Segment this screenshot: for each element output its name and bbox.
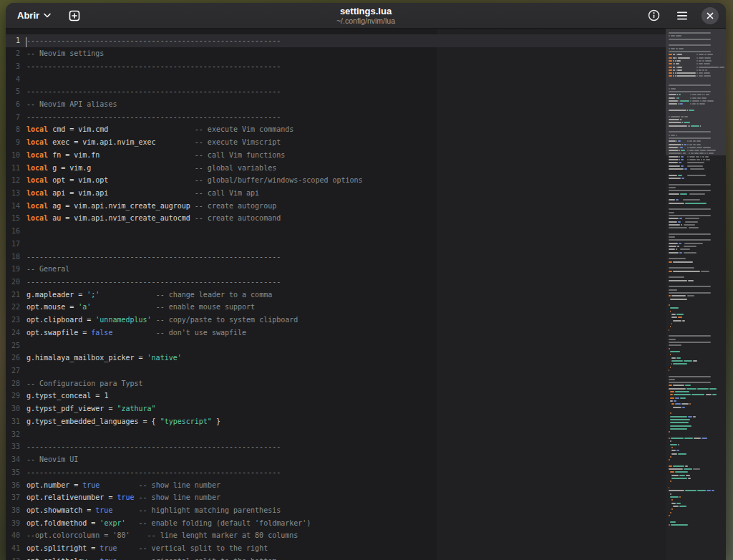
minimap-line [685, 465, 688, 467]
minimap-line [676, 69, 676, 71]
minimap-line [670, 412, 671, 414]
code-text: ----------------------------------------… [26, 468, 281, 476]
code-line[interactable]: 33--------------------------------------… [6, 440, 666, 453]
code-line[interactable]: 6-- Neovim API aliases [6, 98, 666, 111]
minimap-line [669, 385, 672, 386]
minimap-line [681, 116, 684, 117]
code-line[interactable]: 24opt.swapfile = false -- don't use swap… [6, 327, 666, 339]
minimap-line [689, 159, 696, 160]
minimap-line [681, 156, 684, 158]
minimap-line [669, 271, 672, 272]
minimap-line [671, 357, 676, 359]
line-number: 4 [6, 75, 26, 83]
code-line[interactable]: 38opt.showmatch = true -- highlight matc… [6, 504, 666, 517]
code-line[interactable]: 4 [6, 72, 666, 85]
minimap-line [669, 32, 711, 34]
code-line[interactable]: 25 [6, 339, 666, 352]
code-line[interactable]: 1---------------------------------------… [6, 34, 666, 47]
code-line[interactable]: 12local opt = vim.opt -- global/buffer/w… [6, 174, 666, 187]
code-line[interactable]: 27 [6, 365, 666, 377]
code-line[interactable]: 37opt.relativenumber = true -- show line… [6, 491, 666, 504]
minimap-line [707, 150, 716, 151]
code-line[interactable]: 29g.typst_conceal = 1 [6, 390, 666, 402]
minimap-line [669, 212, 674, 213]
line-number: 23 [6, 316, 26, 324]
tab-new-icon [69, 10, 80, 21]
code-line[interactable]: 32 [6, 428, 666, 440]
minimap-line [669, 224, 680, 226]
code-text: opt.swapfile = false -- don't use swapfi… [26, 329, 246, 337]
code-line[interactable]: 14local ag = vim.api.nvim_create_augroup… [6, 199, 666, 212]
code-line[interactable]: 42opt.splitbelow = true -- orizontal spl… [6, 554, 666, 560]
code-pane[interactable]: 1---------------------------------------… [6, 29, 666, 560]
code-text: -- Configuracion para Typst [26, 380, 143, 387]
code-line[interactable]: 16 [6, 225, 666, 238]
code-line[interactable]: 34-- Neovim UI [6, 453, 666, 466]
code-line[interactable]: 30g.typst_pdf_viewer = "zathura" [6, 402, 666, 415]
code-line[interactable]: 9local exec = vim.api.nvim_exec -- execu… [6, 136, 666, 149]
code-line[interactable]: 35--------------------------------------… [6, 465, 666, 478]
code-line[interactable]: 13local api = vim.api -- call Vim api [6, 187, 666, 200]
minimap-line [676, 60, 681, 62]
minimap-line [677, 97, 679, 99]
code-line[interactable]: 28-- Configuracion para Typst [6, 377, 666, 390]
minimap-scrollbar[interactable] [666, 29, 726, 560]
code-line[interactable]: 8local cmd = vim.cmd -- execute Vim comm… [6, 123, 666, 136]
code-line[interactable]: 41opt.splitright = true -- vertical spli… [6, 542, 666, 555]
minimap-line [692, 97, 696, 99]
minimap-line [676, 314, 684, 315]
minimap-line [669, 140, 676, 142]
code-editor[interactable]: 1---------------------------------------… [6, 29, 726, 560]
code-line[interactable]: 7---------------------------------------… [6, 110, 666, 123]
code-line[interactable]: 2-- Neovim settings [6, 47, 666, 60]
info-button[interactable] [644, 6, 663, 25]
code-line[interactable]: 36opt.number = true -- show line number [6, 478, 666, 491]
minimap-line [690, 100, 691, 102]
code-line[interactable]: 22opt.mouse = 'a' -- enable mouse suppor… [6, 301, 666, 314]
code-line[interactable]: 23opt.clipboard = 'unnamedplus' -- copy/… [6, 314, 666, 327]
code-line[interactable]: 3---------------------------------------… [6, 59, 666, 72]
code-line[interactable]: 15local au = vim.api.nvim_create_autocmd… [6, 212, 666, 225]
code-line[interactable]: 17 [6, 238, 666, 251]
text-cursor [26, 37, 26, 47]
code-line[interactable]: 11local g = vim.g -- global variables [6, 161, 666, 174]
minimap-line [669, 218, 679, 219]
open-button[interactable]: Abrir [13, 7, 55, 24]
minimap-line [684, 224, 695, 226]
minimap-line [702, 60, 704, 62]
code-line[interactable]: 10local fn = vim.fn -- call Vim function… [6, 148, 666, 161]
minimap-line [670, 311, 671, 312]
code-line[interactable]: 18--------------------------------------… [6, 250, 666, 263]
minimap-line [671, 450, 676, 451]
minimap-line [681, 119, 682, 120]
code-line[interactable]: 5---------------------------------------… [6, 85, 666, 98]
minimap-line [684, 360, 692, 362]
new-tab-button[interactable] [65, 6, 84, 25]
minimap-line [696, 60, 698, 62]
minimap-line [683, 199, 700, 201]
code-line[interactable]: 40--opt.colorcolumn = '80' -- line lengh… [6, 529, 666, 542]
code-line[interactable]: 21g.mapleader = ';' -- change leader to … [6, 288, 666, 301]
minimap-line [669, 144, 681, 145]
minimap-line [669, 57, 672, 59]
close-button[interactable] [702, 7, 719, 24]
minimap-line [685, 218, 699, 219]
minimap-line [673, 385, 684, 386]
minimap-line [669, 286, 711, 287]
code-line[interactable]: 39opt.foldmethod = 'expr' -- enable fold… [6, 516, 666, 529]
minimap-line [671, 317, 677, 318]
code-line[interactable]: 31g.typst_embedded_languages = { "typesc… [6, 415, 666, 428]
minimap-line [703, 159, 705, 160]
minimap-line [675, 72, 676, 74]
code-line[interactable]: 20--------------------------------------… [6, 276, 666, 289]
code-text: -- Neovim settings [26, 49, 104, 57]
minimap-line [669, 459, 670, 460]
minimap-line [701, 271, 709, 272]
minimap-line [669, 119, 679, 120]
minimap-line [676, 357, 681, 359]
minimap-line [669, 276, 684, 278]
code-line[interactable]: 19-- General [6, 263, 666, 276]
code-line[interactable]: 26g.himalaya_mailbox_picker = 'native' [6, 352, 666, 365]
minimap-line [694, 150, 699, 151]
main-menu-button[interactable] [673, 6, 691, 25]
